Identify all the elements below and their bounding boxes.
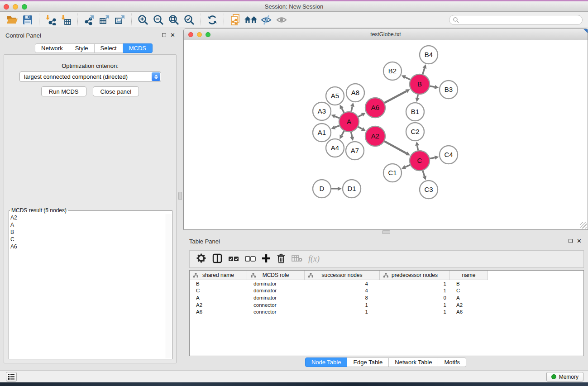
graph-edge-B-B2[interactable] [405,77,410,80]
tab-style[interactable]: Style [69,43,95,53]
table-cell[interactable]: 8 [305,295,380,300]
graph-edge-B-B3[interactable] [430,86,435,87]
table-cell[interactable]: 1 [380,302,450,308]
close-panel-icon[interactable]: ✕ [170,33,175,37]
graph-edge-A-A5[interactable] [342,108,344,113]
graph-edge-A-A4[interactable] [342,131,344,135]
table-cell[interactable]: 1 [380,281,450,286]
table-cell[interactable]: B [190,281,247,286]
graph-edge-A-A3[interactable] [335,116,339,118]
mcds-result-scrollbar[interactable] [166,214,172,358]
tab-mcds[interactable]: MCDS [123,43,153,53]
graph-edge-A-A2[interactable] [358,127,362,129]
show-task-history-button[interactable] [6,372,17,381]
table-cell[interactable]: C [450,288,488,293]
zoom-in-icon[interactable] [135,13,151,27]
delete-column-icon[interactable] [277,253,286,265]
export-image-icon[interactable] [112,13,128,27]
resize-grip-icon[interactable] [580,222,587,229]
graph-edge-A-A8[interactable] [351,106,352,111]
vertical-splitter-handle[interactable] [178,192,182,200]
tab-network-table[interactable]: Network Table [389,357,438,367]
table-cell[interactable]: 1 [380,288,450,293]
run-mcds-button[interactable]: Run MCDS [41,86,86,96]
table-row[interactable]: Cdominator41C [190,287,583,295]
float-panel-icon[interactable] [162,33,166,37]
network-window-titlebar[interactable]: testGlobe.txt [184,29,588,40]
mcds-result-item[interactable]: A6 [10,243,172,250]
search-input[interactable] [459,16,582,24]
add-column-icon[interactable] [262,254,271,265]
graph-edge-B-B4[interactable] [423,68,425,74]
network-graph-canvas[interactable]: B4B2BB3A8A5A6A3B1AC2A1A2A4A7C4CC1C3DD1 [184,40,588,229]
table-cell[interactable]: dominator [247,295,305,300]
table-row[interactable]: Bdominator41B [190,280,583,287]
table-cell[interactable]: A2 [450,302,488,308]
mcds-result-item[interactable]: B [10,229,172,236]
deselect-all-icon[interactable] [245,255,256,263]
table-cell[interactable]: A6 [190,309,247,315]
graph-edge-C-C1[interactable] [405,165,410,167]
table-cell[interactable]: dominator [247,281,305,286]
graph-edge-A-A7[interactable] [351,132,352,137]
new-network-from-selection-icon[interactable] [228,13,243,27]
graph-edge-A-A1[interactable] [335,126,339,128]
tab-network[interactable]: Network [35,43,69,53]
tab-node-table[interactable]: Node Table [305,357,348,367]
table-row[interactable]: Adominator80A [190,294,583,301]
column-header-name[interactable]: name [450,271,488,280]
memory-button[interactable]: Memory [546,372,583,381]
column-header-shared-name[interactable]: shared name [190,271,247,280]
mcds-result-list[interactable]: A2ABCA6 [9,214,172,250]
graph-edge-C-C3[interactable] [423,171,425,176]
mcds-result-item[interactable]: A [10,221,172,229]
export-network-icon[interactable] [81,13,97,27]
mcds-result-item[interactable]: C [10,236,172,243]
import-table-icon[interactable] [58,13,74,27]
graph-edge-A-A6[interactable] [358,115,362,117]
table-row[interactable]: A6connector11A6 [190,308,583,315]
table-cell[interactable]: 1 [305,309,380,315]
first-neighbors-icon[interactable] [243,13,258,27]
node-table[interactable]: shared nameMCDS rolesuccessor nodesprede… [189,270,584,356]
table-cell[interactable]: A6 [450,309,488,315]
close-table-panel-icon[interactable]: ✕ [577,239,582,243]
graph-edge-A2-C[interactable] [384,141,406,153]
table-cell[interactable]: 4 [305,281,380,286]
zoom-selected-icon[interactable] [182,13,197,27]
graph-edge-A6-B[interactable] [384,91,406,103]
gear-icon[interactable] [196,253,206,265]
table-cell[interactable]: A2 [190,302,247,308]
open-session-icon[interactable] [5,13,20,27]
column-header-successor-nodes[interactable]: successor nodes [305,271,380,280]
table-cell[interactable]: 1 [380,309,450,315]
column-header-predecessor-nodes[interactable]: predecessor nodes [380,271,450,280]
criterion-select[interactable]: largest connected component (directed) [19,71,161,82]
graph-edge-C-C2[interactable] [417,146,418,151]
table-cell[interactable]: 1 [305,302,380,308]
table-cell[interactable]: 0 [380,295,450,300]
tab-select[interactable]: Select [95,43,123,53]
table-cell[interactable]: C [190,288,247,293]
float-table-panel-icon[interactable] [569,239,573,243]
show-columns-icon[interactable] [212,253,222,265]
table-cell[interactable]: connector [247,302,305,308]
table-row[interactable]: A2connector11A2 [190,301,583,309]
zoom-fit-icon[interactable] [166,13,182,27]
tab-edge-table[interactable]: Edge Table [347,357,389,367]
tab-motifs[interactable]: Motifs [438,357,466,367]
table-cell[interactable]: connector [247,309,305,315]
select-all-icon[interactable] [228,255,239,263]
hide-selected-icon[interactable] [258,13,274,27]
column-header-mcds-role[interactable]: MCDS role [247,271,305,280]
export-table-icon[interactable] [97,13,112,27]
import-network-icon[interactable] [43,13,58,27]
table-cell[interactable]: A [190,295,247,300]
table-cell[interactable]: B [450,281,488,286]
close-panel-button[interactable]: Close panel [93,86,139,96]
zoom-out-icon[interactable] [151,13,166,27]
graph-edge-C-C4[interactable] [430,157,435,158]
save-session-icon[interactable] [20,13,35,27]
table-cell[interactable]: A [450,295,488,300]
horizontal-splitter-handle[interactable] [382,230,390,234]
